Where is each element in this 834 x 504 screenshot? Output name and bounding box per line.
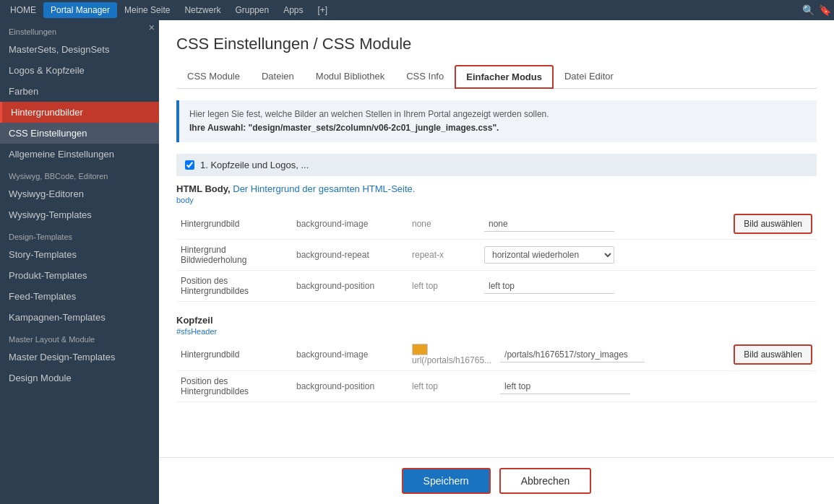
bookmark-icon[interactable]: 🔖 [819,4,831,16]
background-image-input[interactable] [484,217,614,232]
info-line1: Hier legen Sie fest, welche Bilder an we… [189,109,549,119]
html-body-subtitle: HTML Body, Der Hintergrund der gesamten … [176,176,817,196]
tab-modul-bibliothek[interactable]: Modul Bibliothek [305,65,395,89]
nav-netzwerk[interactable]: Netzwerk [177,2,228,18]
sidebar-item-story-templates[interactable]: Story-Templates [0,244,159,265]
kopf-background-image-input[interactable] [500,347,645,362]
main-content: CSS Einstellungen / CSS Module CSS Modul… [159,20,834,457]
sidebar-item-logos[interactable]: Logos & Kopfzeile [0,60,159,81]
kopfzeil-code: #sfsHeader [176,327,817,339]
button-cell-1: Bild auswählen [723,209,817,240]
cancel-button[interactable]: Abbrechen [499,468,592,494]
value-left-top-kopf: left top [408,371,496,402]
info-box: Hier legen Sie fest, welche Bilder an we… [176,100,817,142]
sidebar-item-css-einstellungen[interactable]: CSS Einstellungen [0,123,159,144]
section1-label: 1. Kopfzeile und Logos, ... [200,160,309,170]
value-repeat-x: repeat-x [408,240,480,271]
sidebar-item-produkt-templates[interactable]: Produkt-Templates [0,265,159,286]
sidebar-section-einstellungen: Einstellungen [0,20,159,39]
tab-css-info[interactable]: CSS Info [395,65,455,89]
prop-background-position: background-position [292,271,408,302]
table-row: Hintergrundbild background-image none Bi… [176,209,817,240]
prop-background-repeat: background-repeat [292,240,408,271]
bild-auswaehlen-button-1[interactable]: Bild auswählen [734,214,812,234]
save-button[interactable]: Speichern [402,468,491,494]
sidebar-item-farben[interactable]: Farben [0,81,159,102]
sidebar-item-wysiwyg-editoren[interactable]: Wysiwyg-Editoren [0,183,159,204]
kopfzeil-properties-table: Hintergrundbild background-image url(/po… [176,339,817,402]
table-row: HintergrundBildwiederholung background-r… [176,240,817,271]
sidebar-item-master-design-templates[interactable]: Master Design-Templates [0,347,159,368]
kopfzeil-title: Kopfzeil [176,309,817,327]
button-cell-kopf: Bild auswählen [723,339,817,371]
color-swatch [412,344,428,355]
sidebar-item-feed-templates[interactable]: Feed-Templates [0,286,159,307]
prop-background-image-kopf: background-image [292,339,408,371]
input-cell-none [480,209,723,240]
sidebar-section-master-layout: Master Layout & Module [0,328,159,347]
background-repeat-select[interactable]: horizontal wiederholen vertikal wiederho… [484,246,614,264]
input-cell-position-kopf [496,371,723,402]
html-body-code: body [176,196,817,209]
nav-apps[interactable]: Apps [276,2,310,18]
sidebar-item-mastersets[interactable]: MasterSets, DesignSets [0,39,159,60]
label-hintergrund-bildwiederholung: HintergrundBildwiederholung [176,240,292,271]
input-cell-repeat: horizontal wiederholen vertikal wiederho… [480,240,723,271]
value-left-top: left top [408,271,480,302]
sidebar-section-design-templates: Design-Templates [0,225,159,244]
section1-checkbox[interactable] [185,160,194,170]
nav-portal-manager[interactable]: Portal Manager [43,2,117,18]
button-cell-2 [723,240,817,271]
nav-gruppen[interactable]: Gruppen [228,2,276,18]
value-none1: none [408,209,480,240]
input-cell-position [480,271,723,302]
tab-bar: CSS Module Dateien Modul Bibliothek CSS … [176,65,817,89]
tab-datei-editor[interactable]: Datei Editor [554,65,624,89]
tab-einfacher-modus[interactable]: Einfacher Modus [455,65,554,89]
sidebar-item-hintergrundbilder[interactable]: Hintergrundbilder [0,102,159,123]
main-layout: × Einstellungen MasterSets, DesignSets L… [0,20,834,504]
label-position-hintergrundbildes: Position desHintergrundbildes [176,271,292,302]
nav-home[interactable]: HOME [3,2,43,18]
button-cell-3 [723,271,817,302]
sidebar-section-wysiwyg: Wysiwyg, BBCode, Editoren [0,165,159,183]
page-title: CSS Einstellungen / CSS Module [176,35,817,53]
body-properties-table: Hintergrundbild background-image none Bi… [176,209,817,302]
sidebar-item-kampagnen-templates[interactable]: Kampagnen-Templates [0,307,159,328]
sidebar-item-wysiwyg-templates[interactable]: Wysiwyg-Templates [0,204,159,225]
prop-background-image: background-image [292,209,408,240]
kopf-background-position-input[interactable] [500,379,630,394]
bottom-action-bar: Speichern Abbrechen [159,457,834,504]
sidebar-close-button[interactable]: × [149,22,155,33]
label-position-kopf: Position desHintergrundbildes [176,371,292,402]
bild-auswaehlen-button-2[interactable]: Bild auswählen [734,344,812,365]
tab-css-module[interactable]: CSS Module [176,65,251,89]
section1-header: 1. Kopfzeile und Logos, ... [176,154,817,176]
prop-background-position-kopf: background-position [292,371,408,402]
background-position-input[interactable] [484,279,614,294]
tab-dateien[interactable]: Dateien [251,65,305,89]
input-cell-url [496,339,723,371]
sidebar-item-allgemeine[interactable]: Allgemeine Einstellungen [0,144,159,165]
value-url-kopf: url(/portals/h16765... [408,339,496,371]
label-hintergrundbild-kopf: Hintergrundbild [176,339,292,371]
table-row: Hintergrundbild background-image url(/po… [176,339,817,371]
search-icon[interactable]: 🔍 [802,4,814,16]
nav-plus[interactable]: [+] [311,2,335,18]
button-cell-kopf-2 [723,371,817,402]
sidebar: × Einstellungen MasterSets, DesignSets L… [0,20,159,504]
sidebar-item-design-module[interactable]: Design Module [0,368,159,388]
nav-meine-seite[interactable]: Meine Seite [117,2,177,18]
info-line2: Ihre Auswahl: "design/master_sets/2colum… [189,123,499,133]
top-navigation: HOME Portal Manager Meine Seite Netzwerk… [0,0,834,20]
table-row: Position desHintergrundbildes background… [176,371,817,402]
label-hintergrundbild: Hintergrundbild [176,209,292,240]
table-row: Position desHintergrundbildes background… [176,271,817,302]
